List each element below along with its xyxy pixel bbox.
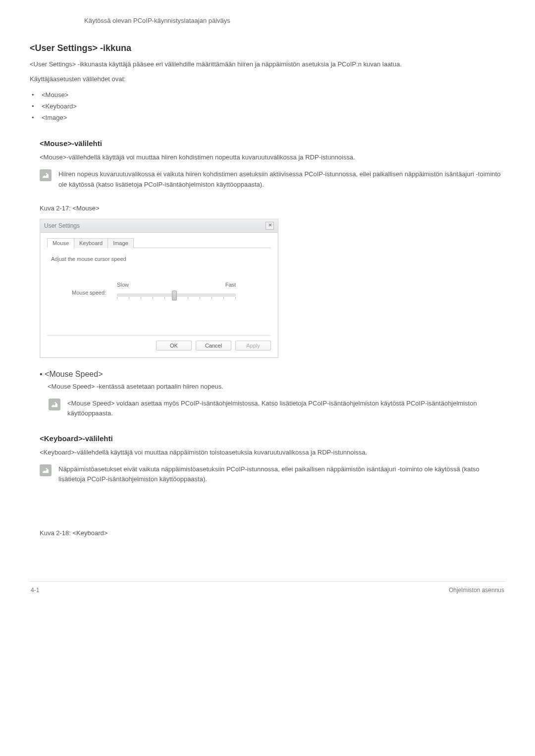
list-item: <Keyboard>	[30, 101, 505, 112]
figure-caption-mouse: Kuva 2-17: <Mouse>	[40, 204, 505, 212]
note-text: Näppäimistöasetukset eivät vaikuta näppä…	[58, 464, 505, 484]
tab-mouse[interactable]: Mouse	[47, 238, 74, 248]
mouse-speed-field-desc: <Mouse Speed> -kentässä asetetaan portaa…	[48, 382, 505, 392]
ok-button[interactable]: OK	[156, 341, 192, 351]
note-keyboard-settings: Näppäimistöasetukset eivät vaikuta näppä…	[40, 464, 505, 484]
tab-image[interactable]: Image	[107, 238, 134, 248]
page-footer: 4-1 Ohjelmiston asennus	[30, 581, 505, 604]
heading-mouse-tab: <Mouse>-välilehti	[40, 139, 505, 148]
page-number: 4-1	[31, 587, 39, 594]
cancel-button[interactable]: Cancel	[196, 341, 231, 351]
note-icon	[40, 464, 52, 476]
mouse-speed-label: Mouse speed:	[72, 290, 106, 301]
dialog-title: User Settings	[44, 222, 80, 229]
list-item: <Image>	[30, 112, 505, 123]
slider-fast-label: Fast	[225, 282, 236, 288]
close-icon[interactable]: ✕	[266, 222, 274, 230]
note-icon	[40, 169, 52, 181]
slider-slow-label: Slow	[117, 282, 129, 288]
mouse-tab-desc: <Mouse>-välilehdellä käyttäjä voi muutta…	[40, 152, 505, 162]
note-text: <Mouse Speed> voidaan asettaa myös PCoIP…	[67, 399, 505, 418]
bullet-mouse-speed: <Mouse Speed>	[40, 370, 505, 379]
heading-user-settings: <User Settings> -ikkuna	[30, 43, 505, 53]
chapter-title: Ohjelmiston asennus	[449, 587, 504, 594]
pcoip-bootloader-date-text: Käytössä olevan PCoIP-käynnistyslataajan…	[30, 0, 505, 28]
tab-keyboard[interactable]: Keyboard	[74, 238, 108, 248]
figure-caption-keyboard: Kuva 2-18: <Keyboard>	[40, 529, 505, 537]
list-item: <Mouse>	[30, 89, 505, 101]
user-settings-desc-2: Käyttäjäasetusten välilehdet ovat:	[30, 74, 505, 84]
apply-button[interactable]: Apply	[235, 341, 271, 351]
user-settings-dialog: User Settings ✕ Mouse Keyboard Image Adj…	[40, 219, 278, 358]
user-settings-desc-1: <User Settings> -ikkunasta käyttäjä pääs…	[30, 59, 505, 69]
dialog-instruction: Adjust the mouse cursor speed	[51, 256, 271, 262]
note-mouse-speed-session: Hiiren nopeus kuvaruutuvalikossa ei vaik…	[40, 169, 505, 189]
note-text: Hiiren nopeus kuvaruutuvalikossa ei vaik…	[58, 169, 505, 189]
dialog-tabs: Mouse Keyboard Image	[47, 238, 271, 248]
slider-thumb[interactable]	[172, 291, 177, 301]
user-settings-tabs-list: <Mouse> <Keyboard> <Image>	[30, 89, 505, 123]
note-icon	[49, 399, 60, 410]
keyboard-tab-desc: <Keyboard>-välilehdellä käyttäjä voi muu…	[40, 448, 505, 457]
mouse-speed-slider[interactable]	[117, 290, 236, 301]
heading-keyboard-tab: <Keyboard>-välilehti	[40, 434, 505, 443]
note-mouse-speed-host: <Mouse Speed> voidaan asettaa myös PCoIP…	[40, 399, 505, 418]
dialog-titlebar: User Settings ✕	[40, 219, 278, 233]
